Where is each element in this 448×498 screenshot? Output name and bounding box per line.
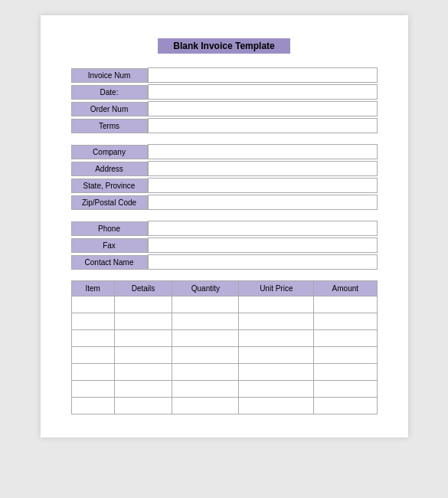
label-date: Date: (71, 85, 148, 100)
title-section: Blank Invoice Template (71, 38, 378, 54)
form-row-order-num: Order Num (71, 101, 378, 116)
table-row (71, 381, 377, 398)
contact-section: Phone Fax Contact Name (71, 221, 378, 270)
table-cell[interactable] (239, 398, 314, 414)
table-cell[interactable] (114, 330, 172, 347)
label-address: Address (71, 162, 148, 176)
table-cell[interactable] (71, 330, 114, 347)
table-row (71, 313, 377, 330)
col-unit-price: Unit Price (239, 281, 314, 297)
label-zip: Zip/Postal Code (71, 195, 148, 210)
input-company[interactable] (148, 144, 378, 159)
table-cell[interactable] (239, 313, 314, 330)
table-cell[interactable] (71, 313, 114, 330)
label-state: State, Province (71, 179, 148, 193)
input-address[interactable] (148, 161, 378, 176)
table-cell[interactable] (239, 330, 314, 347)
table-cell[interactable] (114, 398, 172, 414)
col-item: Item (71, 281, 114, 297)
label-terms: Terms (71, 119, 148, 133)
table-cell[interactable] (239, 297, 314, 313)
invoice-table: Item Details Quantity Unit Price Amount (71, 280, 378, 414)
form-row-state: State, Province (71, 178, 378, 193)
form-row-company: Company (71, 144, 378, 159)
table-row (71, 364, 377, 381)
input-terms[interactable] (148, 118, 378, 133)
table-cell[interactable] (114, 364, 172, 381)
col-quantity: Quantity (172, 281, 239, 297)
table-cell[interactable] (71, 297, 114, 313)
form-row-phone: Phone (71, 221, 378, 236)
table-cell[interactable] (172, 297, 239, 313)
form-row-invoice-num: Invoice Num (71, 67, 378, 83)
table-cell[interactable] (71, 347, 114, 364)
col-details: Details (114, 281, 172, 297)
table-cell[interactable] (239, 347, 314, 364)
table-cell[interactable] (114, 313, 172, 330)
form-row-date: Date: (71, 84, 378, 100)
table-cell[interactable] (114, 297, 172, 313)
form-row-contact: Contact Name (71, 254, 378, 270)
info-section: Invoice Num Date: Order Num Terms (71, 67, 378, 133)
input-fax[interactable] (148, 238, 378, 253)
table-cell[interactable] (114, 381, 172, 398)
input-date[interactable] (148, 84, 378, 100)
table-cell[interactable] (314, 364, 377, 381)
table-header-row: Item Details Quantity Unit Price Amount (71, 281, 377, 297)
table-cell[interactable] (71, 398, 114, 414)
table-cell[interactable] (172, 381, 239, 398)
table-cell[interactable] (239, 381, 314, 398)
label-order-num: Order Num (71, 102, 148, 116)
table-cell[interactable] (314, 330, 377, 347)
form-row-zip: Zip/Postal Code (71, 195, 378, 210)
table-cell[interactable] (172, 347, 239, 364)
label-invoice-num: Invoice Num (71, 68, 148, 83)
input-phone[interactable] (148, 221, 378, 236)
table-row (71, 398, 377, 414)
input-contact[interactable] (148, 254, 378, 270)
table-row (71, 297, 377, 313)
table-cell[interactable] (314, 381, 377, 398)
table-row (71, 347, 377, 364)
table-cell[interactable] (314, 297, 377, 313)
table-cell[interactable] (172, 364, 239, 381)
table-cell[interactable] (172, 398, 239, 414)
label-company: Company (71, 145, 148, 159)
table-cell[interactable] (172, 330, 239, 347)
input-zip[interactable] (148, 195, 378, 210)
invoice-page: Blank Invoice Template Invoice Num Date:… (41, 15, 408, 437)
invoice-title: Blank Invoice Template (158, 38, 290, 54)
label-fax: Fax (71, 238, 148, 253)
table-cell[interactable] (239, 364, 314, 381)
table-cell[interactable] (314, 347, 377, 364)
table-cell[interactable] (114, 347, 172, 364)
form-row-fax: Fax (71, 238, 378, 253)
table-cell[interactable] (172, 313, 239, 330)
table-row (71, 330, 377, 347)
table-cell[interactable] (71, 364, 114, 381)
address-section: Company Address State, Province Zip/Post… (71, 144, 378, 210)
form-row-terms: Terms (71, 118, 378, 133)
table-cell[interactable] (314, 398, 377, 414)
input-invoice-num[interactable] (148, 67, 378, 83)
input-order-num[interactable] (148, 101, 378, 116)
table-cell[interactable] (71, 381, 114, 398)
table-cell[interactable] (314, 313, 377, 330)
form-row-address: Address (71, 161, 378, 176)
col-amount: Amount (314, 281, 377, 297)
label-contact: Contact Name (71, 255, 148, 270)
input-state[interactable] (148, 178, 378, 193)
label-phone: Phone (71, 221, 148, 236)
